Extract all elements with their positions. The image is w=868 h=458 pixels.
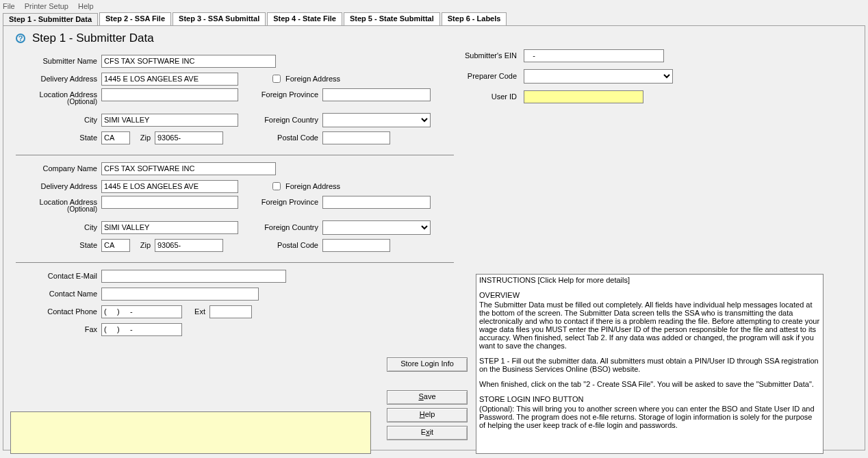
label-sub-delivery: Delivery Address (16, 75, 101, 83)
sub-location-input[interactable] (101, 88, 238, 101)
label-contact-email: Contact E-Mail (16, 272, 101, 280)
label-co-state: State (16, 241, 101, 249)
label-co-zip: Zip (130, 241, 155, 249)
contact-name-input[interactable] (101, 288, 259, 301)
menu-help[interactable]: Help (78, 2, 94, 10)
label-co-city: City (16, 223, 101, 231)
co-foreign-label: Foreign Address (285, 182, 340, 190)
instructions-panel[interactable]: INSTRUCTIONS [Click Help for more detail… (476, 274, 824, 454)
co-fctry-select[interactable] (322, 220, 431, 235)
co-state-input[interactable] (101, 239, 130, 252)
label-co-optional: (Optional) (16, 205, 101, 213)
label-submitter-name: Submitter Name (16, 57, 101, 65)
label-co-pcode: Postal Code (223, 241, 322, 249)
preparer-code-select[interactable] (524, 69, 673, 84)
co-city-input[interactable] (101, 221, 238, 234)
instr-line: When finished, click on the tab "2 - Cre… (479, 380, 820, 388)
ein-input[interactable] (524, 49, 664, 62)
contact-email-input[interactable] (101, 270, 286, 283)
sub-delivery-input[interactable] (101, 73, 238, 86)
exit-button[interactable]: Exit (387, 426, 468, 440)
sub-state-input[interactable] (101, 131, 130, 144)
co-location-input[interactable] (101, 196, 238, 209)
label-sub-zip: Zip (130, 133, 155, 142)
sub-city-input[interactable] (101, 114, 238, 127)
company-name-input[interactable] (101, 162, 276, 175)
sub-fprov-input[interactable] (322, 88, 431, 101)
label-contact-fax: Fax (16, 325, 101, 333)
save-button[interactable]: Save (387, 390, 468, 405)
label-user-id: User ID (442, 92, 524, 101)
instr-line: STORE LOGIN INFO BUTTON (479, 395, 820, 403)
label-contact-name: Contact Name (16, 290, 101, 298)
label-preparer-code: Preparer Code (442, 72, 524, 80)
label-sub-fprov: Foreign Province (238, 90, 322, 99)
label-sub-city: City (16, 116, 101, 124)
label-sub-optional: (Optional) (16, 98, 101, 105)
sub-foreign-label: Foreign Address (285, 75, 340, 83)
sub-foreign-checkbox[interactable]: Foreign Address (270, 73, 340, 85)
co-pcode-input[interactable] (322, 239, 390, 252)
help-icon[interactable]: ? (16, 34, 25, 43)
sub-fctry-select[interactable] (322, 113, 431, 127)
tab-step5[interactable]: Step 5 - State Submittal (344, 12, 440, 25)
tab-step4[interactable]: Step 4 - State File (267, 12, 342, 25)
instr-line: STEP 1 - Fill out the submitter data. Al… (479, 357, 820, 373)
user-id-input[interactable] (524, 90, 643, 103)
tab-step3[interactable]: Step 3 - SSA Submittal (173, 12, 266, 25)
menu-file[interactable]: File (3, 2, 15, 10)
co-delivery-input[interactable] (101, 180, 238, 193)
tab-step1[interactable]: Step 1 - Submitter Data (3, 13, 98, 26)
tab-step2[interactable]: Step 2 - SSA File (99, 12, 171, 25)
help-button[interactable]: Help (387, 408, 468, 422)
label-sub-fctry: Foreign Country (238, 116, 322, 124)
co-fprov-input[interactable] (322, 196, 431, 209)
label-co-fctry: Foreign Country (238, 223, 322, 231)
contact-fax-input[interactable] (101, 323, 182, 336)
sub-pcode-input[interactable] (322, 131, 390, 144)
co-zip-input[interactable] (155, 239, 223, 252)
menu-printer-setup[interactable]: Printer Setup (25, 2, 68, 10)
contact-phone-input[interactable] (101, 305, 182, 318)
page-title: Step 1 - Submitter Data (32, 31, 154, 45)
instr-line: (Optional): This will bring you to anoth… (479, 405, 820, 429)
label-contact-ext: Ext (182, 307, 209, 316)
sub-zip-input[interactable] (155, 131, 223, 144)
label-contact-phone: Contact Phone (16, 307, 101, 316)
contact-ext-input[interactable] (209, 305, 252, 318)
instr-line: INSTRUCTIONS [Click Help for more detail… (479, 276, 820, 284)
label-sub-pcode: Postal Code (223, 133, 322, 142)
tab-step6[interactable]: Step 6 - Labels (442, 12, 507, 25)
co-foreign-checkbox[interactable]: Foreign Address (270, 180, 340, 192)
label-company-name: Company Name (16, 164, 101, 173)
label-ein: Submitter's EIN (442, 51, 524, 60)
status-area (10, 411, 371, 454)
label-co-fprov: Foreign Province (238, 198, 322, 206)
label-sub-state: State (16, 133, 101, 142)
label-co-delivery: Delivery Address (16, 182, 101, 190)
store-login-button[interactable]: Store Login Info (387, 357, 468, 372)
instr-line: OVERVIEW (479, 291, 820, 299)
instr-line: The Submitter Data must be filled out co… (479, 301, 820, 350)
submitter-name-input[interactable] (101, 55, 276, 68)
